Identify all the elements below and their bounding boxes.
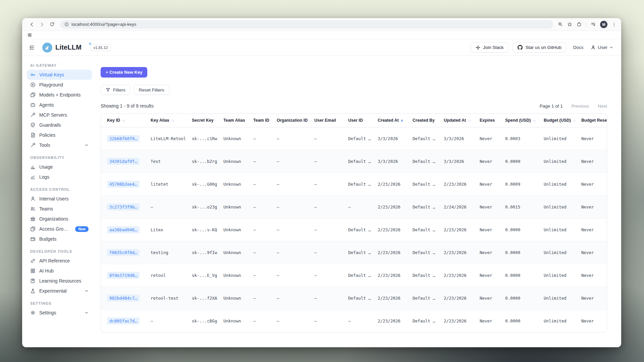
browser-profile-avatar[interactable]: M — [600, 21, 607, 28]
cell-spend: 0.0015 — [499, 195, 538, 218]
users-icon — [30, 206, 36, 212]
table-row[interactable]: dc805fac7d…–sk-...cBGgUnknown––––2/23/20… — [101, 309, 607, 332]
cell-spend: 0.0009 — [499, 173, 538, 195]
table-row[interactable]: 982bd484c7…retool-testsk-...f2XAUnknown–… — [101, 287, 607, 309]
tab-groups-grid-icon[interactable] — [28, 33, 32, 37]
site-info-icon[interactable] — [64, 22, 69, 26]
key-id-link[interactable]: 34301daf9f… — [107, 158, 140, 165]
key-id-link[interactable]: f0835c0f8d… — [107, 249, 140, 256]
sidebar-item-internal-users[interactable]: Internal Users — [27, 194, 92, 204]
sidebar-item-usage[interactable]: Usage — [27, 162, 92, 172]
key-icon — [30, 72, 36, 77]
create-new-key-button[interactable]: + Create New Key — [101, 67, 147, 77]
column-header-expires[interactable]: Expires — [474, 114, 499, 127]
sidebar-collapse-icon[interactable] — [29, 45, 35, 51]
extensions-icon[interactable] — [577, 22, 582, 27]
sidebar-item-virtual-keys[interactable]: Virtual Keys — [27, 70, 92, 80]
table-row[interactable]: 22b68fb0f0…LiteLLM-Retoolsk-...c1RwUnkno… — [101, 127, 607, 150]
sidebar-item-learning-resources[interactable]: Learning Resources — [27, 276, 92, 286]
key-id-link[interactable]: 8fde3719d8… — [107, 272, 140, 279]
back-icon[interactable] — [28, 20, 36, 29]
sidebar-item-settings[interactable]: Settings — [27, 308, 92, 318]
cell-budget-reset: Never — [575, 287, 607, 309]
cell-team-id: – — [247, 150, 271, 173]
column-header-budget-usd[interactable]: Budget (USD)↑↓ — [538, 114, 575, 127]
sort-arrows-icon[interactable]: ↑↓ — [468, 119, 471, 122]
column-header-user-email[interactable]: User Email — [308, 114, 342, 127]
sidebar-item-label: Models + Endpoints — [39, 92, 80, 98]
join-slack-button[interactable]: Join Slack — [471, 42, 509, 53]
sidebar-item-models-endpoints[interactable]: Models + Endpoints — [27, 90, 92, 100]
filters-button[interactable]: Filters — [101, 85, 130, 95]
sidebar-item-access-groups[interactable]: Access GroupsNew — [27, 224, 92, 234]
previous-button[interactable]: Previous — [572, 104, 589, 109]
sidebar-item-teams[interactable]: Teams — [27, 204, 92, 214]
table-row[interactable]: f0835c0f8d…testingsk-...9fIwUnknown–––De… — [101, 241, 607, 264]
key-id-link[interactable]: aa36bad046… — [107, 226, 140, 233]
cell-key-alias: litetet — [145, 173, 186, 195]
next-button[interactable]: Next — [598, 104, 607, 109]
column-header-key-alias[interactable]: Key Alias↑↓ — [145, 114, 186, 127]
sidebar-item-organizations[interactable]: Organizations — [27, 214, 92, 224]
sidebar-item-logs[interactable]: Logs — [27, 172, 92, 182]
sidebar-item-label: Playground — [39, 82, 63, 87]
column-header-user-id[interactable]: User ID — [342, 114, 372, 127]
column-header-key-id[interactable]: Key ID↑↓ — [101, 114, 145, 127]
column-header-team-id[interactable]: Team ID — [247, 114, 271, 127]
column-header-created-at[interactable]: Created At∨ — [372, 114, 407, 127]
table-row[interactable]: 45708b2ee4…litetetsk-...G00gUnknown–––De… — [101, 173, 607, 195]
sort-arrows-icon[interactable]: ↑↓ — [533, 119, 535, 122]
sidebar-item-budgets[interactable]: Budgets — [27, 234, 92, 244]
key-id-link[interactable]: 45708b2ee4… — [107, 181, 140, 188]
sidebar-item-label: Organizations — [39, 216, 68, 222]
column-header-created-by[interactable]: Created By — [407, 114, 438, 127]
table-row[interactable]: 34301daf9f…Testsk-...bZrgUnknown–––Defau… — [101, 150, 607, 173]
sidebar-item-playground[interactable]: Playground — [27, 80, 92, 90]
user-menu[interactable]: User — [591, 45, 613, 50]
key-id-link[interactable]: 982bd484c7… — [107, 295, 140, 302]
cell-created-by: Default … — [407, 287, 438, 309]
column-header-updated-at[interactable]: Updated At↑↓ — [438, 114, 474, 127]
table-row[interactable]: aa36bad046…Litexsk-...v-KQUnknown–––Defa… — [101, 218, 607, 241]
column-header-organization-id[interactable]: Organization ID — [271, 114, 308, 127]
column-header-team-alias[interactable]: Team Alias — [217, 114, 247, 127]
sidebar-item-agents[interactable]: Agents — [27, 100, 92, 110]
sort-desc-icon[interactable]: ∨ — [401, 119, 403, 122]
key-id-link[interactable]: 3c273f3f9b… — [107, 203, 140, 210]
browser-menu-icon[interactable] — [612, 22, 616, 27]
cell-user-email: – — [308, 127, 342, 150]
key-id-link[interactable]: 22b68fb0f0… — [107, 135, 140, 142]
media-controls-icon[interactable] — [591, 22, 596, 27]
reset-filters-button[interactable]: Reset Filters — [134, 85, 169, 95]
sidebar-item-tools[interactable]: Tools — [27, 140, 92, 150]
sidebar-item-label: Learning Resources — [39, 278, 81, 284]
cell-created-by: Default … — [407, 264, 438, 287]
zoom-icon[interactable] — [558, 22, 563, 27]
sidebar: AI GATEWAYVirtual KeysPlaygroundModels +… — [22, 56, 101, 347]
forward-icon[interactable] — [38, 20, 46, 29]
key-id-link[interactable]: dc805fac7d… — [107, 317, 140, 324]
sidebar-item-mcp-servers[interactable]: MCP Servers — [27, 110, 92, 120]
star-github-button[interactable]: Star us on GitHub — [513, 42, 566, 53]
sidebar-item-api-reference[interactable]: API Reference — [27, 256, 92, 266]
column-header-budget-reset[interactable]: Budget Reset — [575, 114, 607, 127]
column-header-secret-key[interactable]: Secret Key — [186, 114, 217, 127]
bookmark-star-icon[interactable] — [567, 22, 572, 27]
browser-second-bar — [22, 31, 621, 39]
column-header-spend-usd[interactable]: Spend (USD)↑↓ — [499, 114, 538, 127]
book-icon — [30, 278, 36, 284]
table-row[interactable]: 8fde3719d8…retoolsk-...E_VgUnknown–––Def… — [101, 264, 607, 287]
docs-link[interactable]: Docs — [573, 45, 584, 50]
sidebar-item-experimental[interactable]: Experimental — [27, 286, 92, 296]
reload-icon[interactable] — [48, 20, 56, 29]
table-row[interactable]: 3c273f3f9b…–sk-...o23gUnknown––––2/23/20… — [101, 195, 607, 218]
sort-arrows-icon[interactable]: ↑↓ — [171, 119, 174, 122]
url-bar[interactable]: localhost:4000/ui/?page=api-keys — [60, 20, 553, 29]
sort-arrows-icon[interactable]: ↑↓ — [122, 119, 125, 122]
sidebar-item-ai-hub[interactable]: AI Hub — [27, 266, 92, 276]
cell-budget: Unlimited — [538, 150, 575, 173]
sidebar-item-policies[interactable]: Policies — [27, 130, 92, 140]
sort-arrows-icon[interactable]: ↑↓ — [573, 119, 575, 122]
gear-icon — [30, 310, 36, 315]
sidebar-item-guardrails[interactable]: Guardrails — [27, 120, 92, 130]
